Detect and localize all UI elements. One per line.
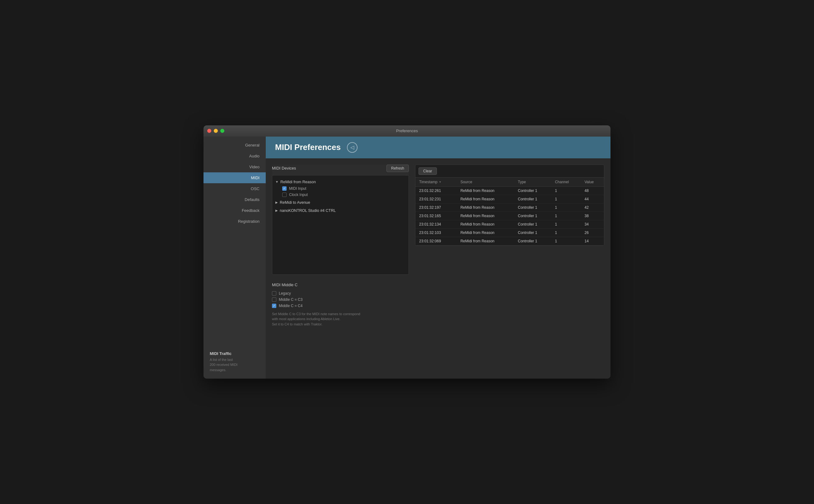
cell-value: 26 bbox=[581, 228, 604, 237]
table-row: 23:01:32:165ReMidi from ReasonController… bbox=[415, 212, 604, 220]
minimize-button[interactable] bbox=[214, 129, 218, 133]
device-group-name: ReMidi to Avenue bbox=[280, 200, 310, 205]
cell-type: Controller 1 bbox=[514, 237, 551, 245]
cell-type: Controller 1 bbox=[514, 212, 551, 220]
cell-value: 42 bbox=[581, 203, 604, 212]
radio-legacy[interactable]: Legacy bbox=[272, 290, 409, 296]
window-title: Preferences bbox=[396, 128, 418, 133]
table-row: 23:01:32:134ReMidi from ReasonController… bbox=[415, 220, 604, 228]
cell-channel: 1 bbox=[551, 237, 581, 245]
cell-type: Controller 1 bbox=[514, 186, 551, 195]
table-row: 23:01:32:231ReMidi from ReasonController… bbox=[415, 195, 604, 203]
cell-source: ReMidi from Reason bbox=[457, 228, 514, 237]
device-group-remidi-avenue: ▶ ReMidi to Avenue bbox=[272, 198, 409, 207]
maximize-button[interactable] bbox=[220, 129, 224, 133]
sidebar-item-feedback[interactable]: Feedback bbox=[203, 205, 266, 216]
clock-input-label: Clock Input bbox=[289, 193, 308, 197]
sidebar-item-defaults[interactable]: Defaults bbox=[203, 194, 266, 205]
sidebar-item-video[interactable]: Video bbox=[203, 161, 266, 172]
c4-label: Middle C = C4 bbox=[279, 304, 302, 308]
cell-value: 48 bbox=[581, 186, 604, 195]
col-timestamp: Timestamp ▼ bbox=[415, 178, 457, 187]
header: MIDI Preferences ◁ bbox=[266, 137, 611, 158]
midi-traffic-desc: A list of the last200 received MIDImessa… bbox=[210, 357, 260, 373]
midi-middle-c-section: MIDI Middle C Legacy Middle C = C3 Middl… bbox=[272, 281, 409, 327]
devices-header: MIDI Devices Refresh bbox=[272, 165, 409, 175]
device-group-remidi-reason: ▼ ReMidi from Reason MIDI Input bbox=[272, 178, 409, 198]
refresh-button[interactable]: Refresh bbox=[386, 165, 409, 172]
cell-source: ReMidi from Reason bbox=[457, 212, 514, 220]
back-button[interactable]: ◁ bbox=[347, 142, 358, 153]
legacy-label: Legacy bbox=[279, 291, 291, 296]
radio-c4[interactable]: Middle C = C4 bbox=[272, 303, 409, 309]
c3-radio[interactable] bbox=[272, 297, 276, 302]
device-child-midi-input[interactable]: MIDI Input bbox=[272, 185, 409, 192]
devices-section: MIDI Devices Refresh ▼ ReMidi from Reaso… bbox=[272, 165, 409, 275]
legacy-radio[interactable] bbox=[272, 291, 276, 296]
device-group-header-remidi-reason[interactable]: ▼ ReMidi from Reason bbox=[272, 179, 409, 185]
middle-c-description: Set Middle C to C3 for the MIDI note nam… bbox=[272, 311, 409, 327]
sidebar: General Audio Video MIDI OSC Defaults Fe… bbox=[203, 137, 266, 379]
col-type: Type bbox=[514, 178, 551, 187]
main-content: MIDI Devices Refresh ▼ ReMidi from Reaso… bbox=[266, 158, 611, 379]
midi-middle-c-label: MIDI Middle C bbox=[272, 282, 409, 287]
c4-radio[interactable] bbox=[272, 304, 276, 308]
sidebar-item-osc[interactable]: OSC bbox=[203, 183, 266, 194]
device-group-header-remidi-avenue[interactable]: ▶ ReMidi to Avenue bbox=[272, 199, 409, 206]
cell-type: Controller 1 bbox=[514, 220, 551, 228]
device-group-header-nanokontrol[interactable]: ▶ nanoKONTROL Studio #4 CTRL bbox=[272, 207, 409, 214]
clear-button[interactable]: Clear bbox=[419, 167, 437, 175]
cell-source: ReMidi from Reason bbox=[457, 195, 514, 203]
cell-channel: 1 bbox=[551, 203, 581, 212]
sidebar-item-midi[interactable]: MIDI bbox=[203, 172, 266, 183]
cell-timestamp: 23:01:32:069 bbox=[415, 237, 457, 245]
sort-arrow-icon: ▼ bbox=[439, 180, 442, 184]
cell-type: Controller 1 bbox=[514, 203, 551, 212]
log-table: Timestamp ▼ Source Type Channel Value bbox=[415, 178, 604, 245]
device-list: ▼ ReMidi from Reason MIDI Input bbox=[272, 175, 409, 275]
page-title: MIDI Preferences bbox=[275, 142, 341, 152]
cell-timestamp: 23:01:32:197 bbox=[415, 203, 457, 212]
midi-input-label: MIDI Input bbox=[289, 186, 306, 191]
cell-channel: 1 bbox=[551, 195, 581, 203]
cell-source: ReMidi from Reason bbox=[457, 220, 514, 228]
expand-icon: ▶ bbox=[275, 209, 278, 212]
table-row: 23:01:32:103ReMidi from ReasonController… bbox=[415, 228, 604, 237]
cell-channel: 1 bbox=[551, 228, 581, 237]
cell-timestamp: 23:01:32:231 bbox=[415, 195, 457, 203]
window-controls bbox=[207, 129, 224, 133]
col-source: Source bbox=[457, 178, 514, 187]
expand-icon: ▼ bbox=[275, 180, 278, 184]
preferences-window: Preferences General Audio Video MIDI OSC… bbox=[203, 125, 611, 379]
c3-label: Middle C = C3 bbox=[279, 297, 302, 302]
table-row: 23:01:32:197ReMidi from ReasonController… bbox=[415, 203, 604, 212]
cell-type: Controller 1 bbox=[514, 228, 551, 237]
sidebar-item-audio[interactable]: Audio bbox=[203, 151, 266, 161]
cell-source: ReMidi from Reason bbox=[457, 237, 514, 245]
devices-label: MIDI Devices bbox=[272, 166, 296, 170]
col-value: Value bbox=[581, 178, 604, 187]
midi-log: Clear Timestamp ▼ bbox=[415, 165, 604, 246]
device-group-name: nanoKONTROL Studio #4 CTRL bbox=[280, 208, 336, 213]
midi-input-checkbox[interactable] bbox=[282, 186, 287, 191]
cell-channel: 1 bbox=[551, 186, 581, 195]
titlebar: Preferences bbox=[203, 125, 611, 137]
clock-input-checkbox[interactable] bbox=[282, 193, 287, 197]
device-group-name: ReMidi from Reason bbox=[280, 180, 316, 184]
close-button[interactable] bbox=[207, 129, 211, 133]
sidebar-item-registration[interactable]: Registration bbox=[203, 216, 266, 227]
cell-value: 34 bbox=[581, 220, 604, 228]
log-table-body: 23:01:32:261ReMidi from ReasonController… bbox=[415, 186, 604, 245]
midi-traffic-title: MIDI Traffic bbox=[210, 351, 260, 356]
right-panel: Clear Timestamp ▼ bbox=[415, 165, 604, 373]
main-layout: General Audio Video MIDI OSC Defaults Fe… bbox=[203, 137, 611, 379]
left-panel: MIDI Devices Refresh ▼ ReMidi from Reaso… bbox=[272, 165, 409, 373]
device-child-clock-input[interactable]: Clock Input bbox=[272, 192, 409, 198]
sidebar-item-general[interactable]: General bbox=[203, 140, 266, 151]
cell-timestamp: 23:01:32:103 bbox=[415, 228, 457, 237]
device-group-nanokontrol: ▶ nanoKONTROL Studio #4 CTRL bbox=[272, 207, 409, 215]
cell-timestamp: 23:01:32:134 bbox=[415, 220, 457, 228]
radio-c3[interactable]: Middle C = C3 bbox=[272, 296, 409, 303]
cell-channel: 1 bbox=[551, 220, 581, 228]
cell-channel: 1 bbox=[551, 212, 581, 220]
